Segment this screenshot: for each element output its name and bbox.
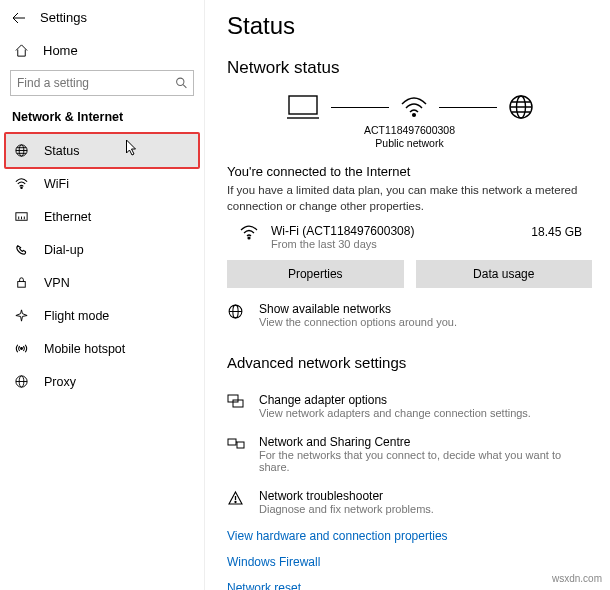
wifi-icon (399, 94, 429, 120)
advanced-title: Advanced network settings (227, 354, 592, 371)
data-usage-button[interactable]: Data usage (416, 260, 593, 288)
diagram-line (439, 107, 497, 108)
link-hardware-properties[interactable]: View hardware and connection properties (227, 523, 592, 549)
svg-point-3 (21, 187, 23, 189)
warning-icon (227, 489, 245, 506)
change-adapter-options[interactable]: Change adapter options View network adap… (227, 385, 592, 427)
list-title: Network and Sharing Centre (259, 435, 592, 449)
sidebar-item-label: Dial-up (44, 243, 84, 257)
search-icon (175, 77, 188, 90)
page-title: Status (227, 12, 592, 40)
header-row: Settings (6, 6, 198, 35)
section-network-status: Network status (227, 58, 592, 78)
home-icon (14, 43, 29, 58)
sidebar-item-label: Mobile hotspot (44, 342, 125, 356)
sidebar-item-wifi[interactable]: WiFi (6, 167, 198, 200)
vpn-icon (14, 275, 30, 290)
back-icon[interactable] (12, 11, 26, 25)
proxy-icon (14, 374, 30, 389)
diagram-type: Public network (227, 137, 592, 150)
hotspot-icon (14, 341, 30, 356)
list-title: Network troubleshooter (259, 489, 592, 503)
link-windows-firewall[interactable]: Windows Firewall (227, 549, 592, 575)
network-diagram (227, 92, 592, 122)
globe-icon (507, 93, 535, 121)
connection-period: From the last 30 days (271, 238, 519, 250)
wifi-icon (239, 224, 259, 242)
computer-icon (285, 92, 321, 122)
diagram-line (331, 107, 389, 108)
network-troubleshooter[interactable]: Network troubleshooter Diagnose and fix … (227, 481, 592, 523)
diagram-ssid: ACT118497600308 (227, 124, 592, 137)
properties-button[interactable]: Properties (227, 260, 404, 288)
sharing-icon (227, 435, 245, 452)
list-title: Change adapter options (259, 393, 592, 407)
search-wrap (10, 70, 194, 96)
svg-point-13 (248, 237, 250, 239)
connected-title: You're connected to the Internet (227, 164, 592, 179)
dialup-icon (14, 242, 30, 257)
show-available-networks[interactable]: Show available networks View the connect… (227, 294, 592, 336)
svg-rect-18 (228, 439, 236, 445)
globe-icon (14, 143, 30, 158)
connection-row: Wi-Fi (ACT118497600308) From the last 30… (227, 224, 592, 260)
sidebar-item-label: Flight mode (44, 309, 109, 323)
svg-rect-19 (237, 442, 244, 448)
sidebar-item-label: Proxy (44, 375, 76, 389)
list-title: Show available networks (259, 302, 592, 316)
sidebar-item-flightmode[interactable]: Flight mode (6, 299, 198, 332)
list-sub: Diagnose and fix network problems. (259, 503, 592, 515)
sidebar-item-label: Status (44, 144, 79, 158)
button-row: Properties Data usage (227, 260, 592, 288)
svg-rect-9 (289, 96, 317, 114)
sidebar-item-label: VPN (44, 276, 70, 290)
diagram-label: ACT118497600308 Public network (227, 124, 592, 150)
app-title: Settings (40, 10, 87, 25)
connection-usage: 18.45 GB (531, 224, 592, 239)
list-sub: View the connection options around you. (259, 316, 592, 328)
svg-point-10 (412, 114, 415, 117)
list-sub: View network adapters and change connect… (259, 407, 592, 419)
svg-point-20 (235, 502, 236, 503)
svg-point-6 (21, 348, 23, 350)
ethernet-icon (14, 209, 30, 224)
search-input[interactable] (10, 70, 194, 96)
wifi-icon (14, 176, 30, 191)
svg-rect-5 (18, 282, 26, 288)
list-sub: For the networks that you connect to, de… (259, 449, 592, 473)
watermark: wsxdn.com (552, 573, 602, 584)
globe-icon (227, 302, 245, 320)
home-label: Home (43, 43, 78, 58)
sidebar-item-hotspot[interactable]: Mobile hotspot (6, 332, 198, 365)
nav: Status WiFi Ethernet (6, 134, 198, 398)
link-network-reset[interactable]: Network reset (227, 575, 592, 590)
home-row[interactable]: Home (6, 35, 198, 70)
sidebar-item-vpn[interactable]: VPN (6, 266, 198, 299)
sidebar-item-dialup[interactable]: Dial-up (6, 233, 198, 266)
main-content: Status Network status ACT118497600308 Pu… (205, 0, 610, 590)
sidebar-item-proxy[interactable]: Proxy (6, 365, 198, 398)
sidebar-item-label: Ethernet (44, 210, 91, 224)
connection-name: Wi-Fi (ACT118497600308) (271, 224, 519, 238)
network-sharing-centre[interactable]: Network and Sharing Centre For the netwo… (227, 427, 592, 481)
section-header: Network & Internet (6, 110, 198, 134)
cursor-icon (126, 140, 139, 158)
sidebar-item-ethernet[interactable]: Ethernet (6, 200, 198, 233)
sidebar-item-label: WiFi (44, 177, 69, 191)
sidebar-item-status[interactable]: Status (4, 132, 200, 169)
sidebar: Settings Home Network & Internet Status (0, 0, 205, 590)
connected-desc: If you have a limited data plan, you can… (227, 183, 592, 214)
airplane-icon (14, 308, 30, 323)
svg-point-0 (177, 78, 184, 85)
adapter-icon (227, 393, 245, 410)
